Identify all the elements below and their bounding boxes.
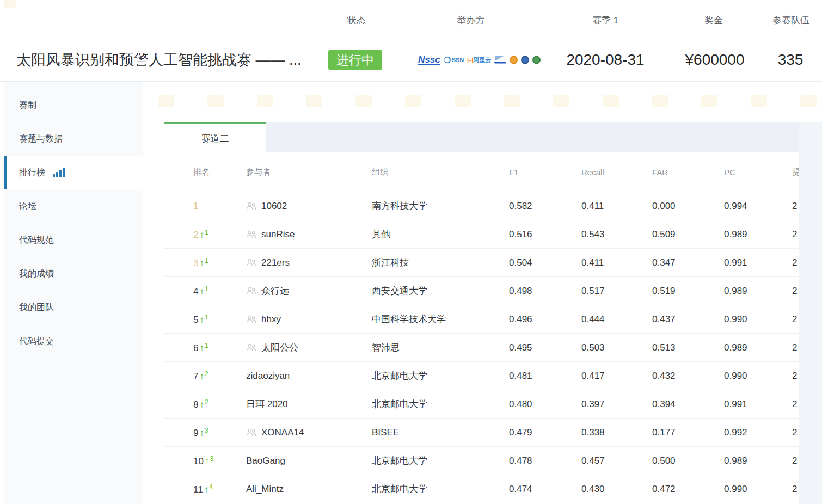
rank-cell: 6↑1 bbox=[164, 342, 240, 354]
sidebar-item-排行榜[interactable]: 排行榜 bbox=[4, 156, 143, 189]
rank-delta: 1 bbox=[205, 257, 208, 265]
column-label-status: 状态 bbox=[347, 14, 366, 27]
team-icon bbox=[246, 202, 256, 210]
tab-track-2[interactable]: 赛道二 bbox=[164, 122, 266, 152]
sidebar-item-赛题与数据[interactable]: 赛题与数据 bbox=[4, 122, 143, 156]
sidebar-item-label: 我的团队 bbox=[19, 302, 54, 314]
leaderboard-table: 排名参与者组织F1RecallFARPC提 1 10602 南方科技大学 0.5… bbox=[164, 152, 799, 503]
organization-cell: 中国科学技术大学 bbox=[372, 313, 509, 325]
participant-name: BaoGang bbox=[246, 456, 285, 466]
sidebar-item-论坛[interactable]: 论坛 bbox=[4, 189, 143, 223]
pc-cell: 0.989 bbox=[724, 342, 792, 353]
last-submit-cell: 2 bbox=[792, 456, 799, 466]
f1-cell: 0.516 bbox=[509, 229, 581, 240]
sidebar-item-我的成绩[interactable]: 我的成绩 bbox=[4, 257, 143, 291]
rank-delta: 1 bbox=[205, 314, 208, 321]
f1-cell: 0.582 bbox=[509, 201, 581, 212]
table-row[interactable]: 2↑1 sunRise 其他 0.516 0.543 0.509 0.989 2 bbox=[164, 220, 799, 249]
column-header-2: 参与者 bbox=[240, 167, 372, 177]
table-row[interactable]: 9↑3 XONAA14 BISEE 0.479 0.338 0.177 0.99… bbox=[164, 419, 799, 447]
rank-cell: 3↑1 bbox=[164, 257, 240, 269]
sidebar-item-我的团队[interactable]: 我的团队 bbox=[4, 291, 143, 324]
table-row[interactable]: 3↑1 221ers 浙江科技 0.504 0.411 0.347 0.991 … bbox=[164, 249, 799, 277]
rank-number: 7 bbox=[193, 371, 198, 382]
rank-up-arrow-icon: ↑ bbox=[199, 315, 204, 325]
watermark-chip bbox=[800, 95, 817, 107]
column-label-season: 赛季 1 bbox=[592, 14, 618, 27]
rank-cell: 8↑2 bbox=[164, 398, 240, 410]
participant-name: 太阳公公 bbox=[261, 341, 298, 354]
sidebar-item-代码规范[interactable]: 代码规范 bbox=[4, 223, 143, 257]
rank-up-arrow-icon: ↑ bbox=[199, 258, 204, 268]
pc-cell: 0.994 bbox=[724, 201, 792, 212]
table-row[interactable]: 8↑2 日珥 2020 北京邮电大学 0.480 0.397 0.394 0.9… bbox=[164, 390, 799, 419]
recall-cell: 0.417 bbox=[581, 371, 652, 382]
rank-up-arrow-icon: ↑ bbox=[199, 286, 204, 297]
pc-cell: 0.991 bbox=[724, 399, 792, 410]
last-submit-cell: 2 bbox=[792, 484, 799, 495]
table-row[interactable]: 10↑3 BaoGang 北京邮电大学 0.478 0.457 0.500 0.… bbox=[164, 447, 799, 475]
team-icon bbox=[246, 230, 256, 238]
column-header-1: 排名 bbox=[164, 167, 240, 177]
rank-delta: 2 bbox=[205, 398, 208, 406]
aliyun-logo-text: 阿里云 bbox=[473, 56, 491, 63]
rank-delta: 3 bbox=[205, 427, 208, 434]
rank-up-arrow-icon: ↑ bbox=[199, 428, 204, 438]
table-row[interactable]: 11↑4 Ali_Mintz 北京邮电大学 0.474 0.430 0.472 … bbox=[164, 475, 799, 503]
column-header-7: PC bbox=[724, 168, 792, 177]
content-area: 赛制 赛题与数据 排行榜 论坛 代码规范 我的成绩 我的团队 代码提交 赛道二 … bbox=[0, 82, 822, 504]
participant-cell: 221ers bbox=[240, 257, 372, 268]
top-header-bar: 状态 举办方 赛季 1 奖金 参赛队伍 bbox=[0, 0, 822, 38]
recall-cell: 0.517 bbox=[581, 286, 652, 297]
organization-cell: BISEE bbox=[372, 427, 509, 438]
sidebar-item-代码提交[interactable]: 代码提交 bbox=[4, 324, 143, 358]
rank-cell: 1 bbox=[164, 201, 240, 212]
f1-cell: 0.498 bbox=[509, 286, 581, 297]
paper-plane-logo bbox=[494, 56, 506, 64]
f1-cell: 0.495 bbox=[509, 342, 581, 353]
table-row[interactable]: 4↑1 众行远 西安交通大学 0.498 0.517 0.519 0.989 2 bbox=[164, 277, 799, 305]
table-row[interactable]: 1 10602 南方科技大学 0.582 0.411 0.000 0.994 2 bbox=[164, 192, 799, 220]
rank-number: 9 bbox=[193, 428, 198, 438]
column-header-6: FAR bbox=[652, 168, 724, 177]
participant-name: sunRise bbox=[261, 229, 295, 240]
ssn-logo: SSN bbox=[444, 56, 464, 63]
pc-cell: 0.989 bbox=[724, 229, 792, 240]
organization-cell: 其他 bbox=[372, 228, 509, 241]
table-row[interactable]: 7↑2 zidaoziyan 北京邮电大学 0.481 0.417 0.432 … bbox=[164, 362, 799, 390]
rank-delta: 1 bbox=[205, 229, 208, 236]
organization-cell: 浙江科技 bbox=[372, 256, 509, 269]
f1-cell: 0.504 bbox=[509, 257, 581, 268]
rank-number: 5 bbox=[193, 315, 198, 325]
team-icon bbox=[246, 259, 256, 267]
sidebar-nav: 赛制 赛题与数据 排行榜 论坛 代码规范 我的成绩 我的团队 代码提交 bbox=[0, 82, 143, 504]
bar-chart-icon bbox=[53, 168, 65, 177]
participant-cell: sunRise bbox=[240, 229, 372, 240]
season-end-date: 2020-08-31 bbox=[566, 51, 644, 69]
watermark-chip bbox=[701, 95, 717, 107]
column-header-5: Recall bbox=[581, 168, 652, 177]
participant-cell: 日珥 2020 bbox=[240, 398, 372, 410]
recall-cell: 0.397 bbox=[581, 399, 652, 410]
table-row[interactable]: 5↑1 hhxy 中国科学技术大学 0.496 0.444 0.437 0.99… bbox=[164, 305, 799, 334]
rank-delta: 4 bbox=[209, 483, 213, 491]
watermark-chip bbox=[4, 0, 16, 8]
last-submit-cell: 2 bbox=[792, 314, 799, 325]
rank-delta: 2 bbox=[205, 370, 208, 378]
sidebar-item-赛制[interactable]: 赛制 bbox=[4, 88, 143, 122]
team-icon bbox=[246, 343, 256, 352]
table-body: 1 10602 南方科技大学 0.582 0.411 0.000 0.994 2… bbox=[164, 192, 799, 503]
org-badge-blue-icon bbox=[521, 56, 529, 64]
rank-number: 10 bbox=[193, 456, 204, 466]
rank-cell: 5↑1 bbox=[164, 314, 240, 325]
table-row[interactable]: 6↑1 太阳公公 智沛思 0.495 0.503 0.513 0.989 2 bbox=[164, 334, 799, 362]
watermark-chip bbox=[355, 95, 372, 107]
watermark-chip bbox=[652, 95, 668, 107]
watermark-chip bbox=[603, 95, 619, 107]
f1-cell: 0.478 bbox=[509, 456, 581, 466]
rank-cell: 11↑4 bbox=[164, 483, 240, 495]
sidebar-item-label: 赛题与数据 bbox=[19, 133, 63, 145]
rank-cell: 9↑3 bbox=[164, 427, 240, 439]
ssn-logo-text: SSN bbox=[452, 57, 464, 63]
track-tab-bar: 赛道二 bbox=[164, 122, 799, 152]
